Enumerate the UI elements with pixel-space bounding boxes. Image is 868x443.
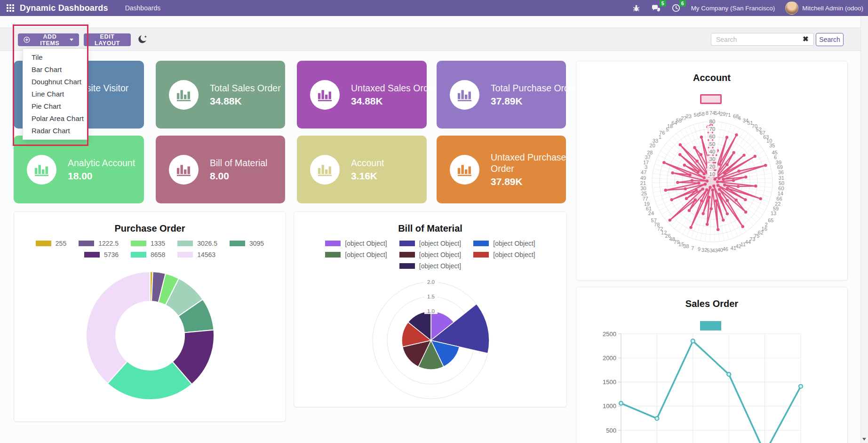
- add-items-label: ADD ITEMS: [34, 33, 66, 47]
- line-chart-canvas[interactable]: 2500200015001000500: [576, 287, 847, 443]
- tile-value: 34.88K: [210, 95, 281, 107]
- svg-text:60: 60: [709, 134, 716, 139]
- legend-item[interactable]: 3026.5: [177, 240, 217, 247]
- tile-total-purchase-order[interactable]: Total Purchase Order 37.89K: [437, 61, 566, 129]
- menu-item-polar-area-chart[interactable]: Polar Area Chart: [23, 113, 87, 125]
- account-card: Account 10203040506070807454297168434517…: [576, 61, 848, 281]
- tile-analytic-account[interactable]: Analytic Account 18.00: [14, 136, 144, 203]
- bill-of-material-card: Bill of Material [object Object] [object…: [294, 211, 567, 407]
- search-input[interactable]: [711, 33, 814, 46]
- tile-total-sales-order[interactable]: Total Sales Order 34.88K: [156, 61, 285, 129]
- legend-item[interactable]: 3095: [230, 240, 264, 247]
- svg-text:57: 57: [651, 217, 657, 223]
- tile-title: Total Sales Order: [210, 82, 281, 94]
- vertical-scrollbar[interactable]: [860, 16, 868, 443]
- legend-item[interactable]: [object Object]: [399, 262, 462, 270]
- svg-text:70: 70: [709, 126, 716, 132]
- menu-item-line-chart[interactable]: Line Chart: [23, 88, 87, 100]
- activities-badge: 6: [679, 0, 686, 7]
- tile-untaxed-sales-order[interactable]: Untaxed Sales Order 34.88K: [297, 61, 427, 129]
- svg-text:4: 4: [738, 115, 741, 121]
- svg-text:8: 8: [706, 110, 709, 116]
- tile-value: 3.16K: [351, 170, 384, 182]
- apps-grid-icon[interactable]: [7, 4, 14, 12]
- svg-text:30: 30: [640, 185, 646, 191]
- svg-text:1.0: 1.0: [427, 308, 435, 314]
- svg-text:1500: 1500: [603, 379, 616, 386]
- bar-chart-icon: [450, 80, 479, 110]
- svg-text:47: 47: [641, 169, 646, 175]
- search-button[interactable]: Search: [816, 33, 844, 46]
- legend-item[interactable]: 1222.5: [79, 240, 119, 247]
- svg-text:1.5: 1.5: [427, 294, 435, 299]
- svg-text:30: 30: [709, 156, 716, 162]
- legend-item[interactable]: 5736: [84, 251, 119, 258]
- clear-search-icon[interactable]: ✖: [803, 35, 809, 43]
- bar-chart-icon: [169, 80, 199, 110]
- svg-text:65: 65: [768, 217, 773, 223]
- tile-bill-of-material[interactable]: Bill of Material 8.00: [156, 136, 285, 203]
- svg-text:77: 77: [642, 196, 648, 201]
- menu-item-tile[interactable]: Tile: [23, 51, 87, 64]
- app-title: Dynamic Dashboards: [20, 3, 108, 13]
- svg-text:32: 32: [701, 247, 707, 253]
- svg-text:37: 37: [645, 154, 651, 160]
- svg-text:33: 33: [653, 138, 658, 144]
- tile-title: Total Purchase Order: [491, 82, 566, 94]
- user-menu[interactable]: Mitchell Admin (odoo): [802, 5, 863, 12]
- messages-icon[interactable]: 5: [652, 3, 661, 13]
- bar-chart-icon: [310, 155, 340, 185]
- svg-text:2000: 2000: [603, 354, 616, 362]
- svg-text:21: 21: [640, 180, 646, 186]
- tile-value: 37.89K: [491, 95, 566, 107]
- menu-item-doughnut-chart[interactable]: Doughnut Chart: [23, 76, 87, 88]
- add-items-button[interactable]: ADD ITEMS: [18, 33, 79, 46]
- menu-item-bar-chart[interactable]: Bar Chart: [23, 64, 87, 76]
- bug-icon[interactable]: [632, 3, 641, 13]
- messages-badge: 5: [660, 0, 666, 7]
- legend-item[interactable]: [object Object]: [399, 251, 462, 258]
- moon-icon: [136, 34, 148, 45]
- svg-text:13: 13: [771, 210, 776, 216]
- legend-item[interactable]: 8658: [131, 251, 165, 258]
- scrollbar-down-icon[interactable]: [862, 438, 866, 441]
- legend-item[interactable]: [700, 94, 722, 104]
- company-switcher[interactable]: My Company (San Francisco): [691, 5, 775, 12]
- tile-title: Untaxed Purchase Order: [491, 152, 568, 174]
- svg-text:40: 40: [717, 247, 723, 253]
- tile-title: Bill of Material: [210, 157, 267, 169]
- svg-text:9: 9: [698, 246, 701, 252]
- legend-item[interactable]: 1335: [131, 240, 165, 247]
- nav-menu-dashboards[interactable]: Dashboards: [125, 4, 161, 12]
- legend-item[interactable]: 14563: [177, 251, 215, 258]
- svg-text:46: 46: [723, 246, 728, 252]
- dark-mode-toggle[interactable]: [136, 34, 148, 45]
- legend-item[interactable]: 255: [36, 240, 66, 247]
- svg-text:53: 53: [707, 248, 712, 253]
- svg-text:58: 58: [699, 111, 705, 117]
- svg-text:20: 20: [709, 164, 716, 169]
- svg-text:23: 23: [686, 113, 692, 119]
- legend-item[interactable]: [object Object]: [473, 251, 535, 258]
- tile-untaxed-purchase-order[interactable]: Untaxed Purchase Order 37.89K: [437, 136, 566, 203]
- svg-text:42: 42: [735, 243, 741, 249]
- tile-value: 8.00: [210, 170, 267, 182]
- tile-title: Analytic Account: [68, 157, 135, 169]
- menu-item-radar-chart[interactable]: Radar Chart: [23, 125, 87, 137]
- activities-clock-icon[interactable]: 6: [671, 3, 681, 13]
- legend-item[interactable]: [object Object]: [325, 240, 387, 247]
- menu-item-pie-chart[interactable]: Pie Chart: [23, 100, 87, 113]
- tile-value: 34.88K: [351, 95, 427, 107]
- legend-item[interactable]: [object Object]: [325, 251, 387, 258]
- legend-item[interactable]: [700, 321, 721, 330]
- avatar[interactable]: [785, 1, 798, 15]
- tile-value: 37.89K: [491, 176, 566, 188]
- tile-account[interactable]: Account 3.16K: [297, 136, 427, 203]
- edit-layout-button[interactable]: EDIT LAYOUT: [84, 33, 131, 46]
- legend-item[interactable]: [object Object]: [399, 240, 462, 247]
- svg-text:19: 19: [644, 201, 650, 207]
- top-navbar: Dynamic Dashboards Dashboards 5 6 My Com…: [0, 0, 868, 16]
- svg-text:35: 35: [769, 143, 775, 148]
- svg-text:1000: 1000: [603, 403, 616, 410]
- legend-item[interactable]: [object Object]: [473, 240, 535, 247]
